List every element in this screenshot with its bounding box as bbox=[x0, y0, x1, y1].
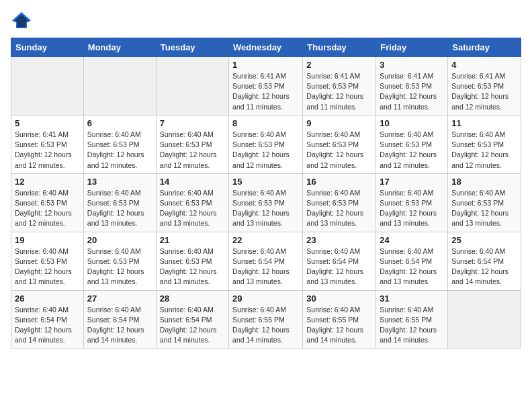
day-number: 9 bbox=[306, 118, 372, 128]
day-info: Sunrise: 6:40 AM Sunset: 6:53 PM Dayligh… bbox=[87, 130, 152, 171]
calendar-cell: 26Sunrise: 6:40 AM Sunset: 6:54 PM Dayli… bbox=[11, 290, 84, 349]
calendar-cell: 7Sunrise: 6:40 AM Sunset: 6:53 PM Daylig… bbox=[156, 115, 228, 173]
calendar-cell: 23Sunrise: 6:40 AM Sunset: 6:54 PM Dayli… bbox=[303, 232, 376, 290]
day-number: 25 bbox=[451, 235, 517, 245]
calendar-cell bbox=[156, 57, 228, 116]
day-number: 31 bbox=[380, 293, 444, 304]
calendar-week-2: 5Sunrise: 6:41 AM Sunset: 6:53 PM Daylig… bbox=[11, 115, 521, 173]
day-info: Sunrise: 6:41 AM Sunset: 6:53 PM Dayligh… bbox=[451, 71, 517, 112]
calendar-cell: 11Sunrise: 6:40 AM Sunset: 6:53 PM Dayli… bbox=[448, 115, 521, 173]
day-number: 17 bbox=[380, 177, 444, 187]
day-number: 10 bbox=[380, 118, 444, 128]
weekday-header-monday: Monday bbox=[83, 38, 156, 57]
calendar-cell: 17Sunrise: 6:40 AM Sunset: 6:53 PM Dayli… bbox=[376, 173, 448, 232]
day-info: Sunrise: 6:40 AM Sunset: 6:53 PM Dayligh… bbox=[15, 246, 80, 287]
day-number: 24 bbox=[380, 235, 444, 245]
day-info: Sunrise: 6:40 AM Sunset: 6:53 PM Dayligh… bbox=[232, 130, 299, 171]
day-info: Sunrise: 6:40 AM Sunset: 6:53 PM Dayligh… bbox=[160, 246, 225, 287]
calendar-cell bbox=[83, 57, 156, 116]
day-number: 7 bbox=[160, 118, 225, 128]
calendar-cell: 1Sunrise: 6:41 AM Sunset: 6:53 PM Daylig… bbox=[229, 57, 303, 116]
day-info: Sunrise: 6:40 AM Sunset: 6:54 PM Dayligh… bbox=[451, 246, 517, 287]
weekday-header-friday: Friday bbox=[376, 38, 448, 57]
calendar-cell: 19Sunrise: 6:40 AM Sunset: 6:53 PM Dayli… bbox=[11, 232, 84, 290]
day-number: 2 bbox=[306, 60, 372, 70]
calendar-cell: 21Sunrise: 6:40 AM Sunset: 6:53 PM Dayli… bbox=[156, 232, 228, 290]
day-number: 4 bbox=[451, 60, 517, 70]
day-info: Sunrise: 6:40 AM Sunset: 6:55 PM Dayligh… bbox=[232, 305, 299, 346]
day-number: 6 bbox=[87, 118, 152, 128]
day-info: Sunrise: 6:40 AM Sunset: 6:54 PM Dayligh… bbox=[306, 246, 372, 287]
day-info: Sunrise: 6:41 AM Sunset: 6:53 PM Dayligh… bbox=[380, 71, 444, 112]
day-number: 14 bbox=[160, 177, 225, 187]
weekday-header-saturday: Saturday bbox=[448, 38, 521, 57]
calendar-cell: 15Sunrise: 6:40 AM Sunset: 6:53 PM Dayli… bbox=[229, 173, 303, 232]
calendar-week-1: 1Sunrise: 6:41 AM Sunset: 6:53 PM Daylig… bbox=[11, 57, 521, 116]
day-number: 3 bbox=[380, 60, 444, 70]
calendar-cell: 12Sunrise: 6:40 AM Sunset: 6:53 PM Dayli… bbox=[11, 173, 84, 232]
logo-icon bbox=[11, 11, 32, 30]
logo bbox=[11, 11, 35, 30]
day-number: 11 bbox=[451, 118, 517, 128]
day-info: Sunrise: 6:40 AM Sunset: 6:53 PM Dayligh… bbox=[306, 130, 372, 171]
weekday-header-tuesday: Tuesday bbox=[156, 38, 228, 57]
day-number: 23 bbox=[306, 235, 372, 245]
day-info: Sunrise: 6:40 AM Sunset: 6:53 PM Dayligh… bbox=[160, 130, 225, 171]
day-info: Sunrise: 6:40 AM Sunset: 6:53 PM Dayligh… bbox=[451, 130, 517, 171]
calendar-cell: 6Sunrise: 6:40 AM Sunset: 6:53 PM Daylig… bbox=[83, 115, 156, 173]
calendar-cell: 20Sunrise: 6:40 AM Sunset: 6:53 PM Dayli… bbox=[83, 232, 156, 290]
day-info: Sunrise: 6:40 AM Sunset: 6:55 PM Dayligh… bbox=[306, 305, 372, 346]
calendar-cell: 22Sunrise: 6:40 AM Sunset: 6:54 PM Dayli… bbox=[229, 232, 303, 290]
calendar-cell: 4Sunrise: 6:41 AM Sunset: 6:53 PM Daylig… bbox=[448, 57, 521, 116]
day-info: Sunrise: 6:40 AM Sunset: 6:53 PM Dayligh… bbox=[306, 188, 372, 229]
calendar-cell: 16Sunrise: 6:40 AM Sunset: 6:53 PM Dayli… bbox=[303, 173, 376, 232]
calendar-cell: 10Sunrise: 6:40 AM Sunset: 6:53 PM Dayli… bbox=[376, 115, 448, 173]
day-info: Sunrise: 6:40 AM Sunset: 6:53 PM Dayligh… bbox=[15, 188, 80, 229]
day-number: 21 bbox=[160, 235, 225, 245]
day-number: 28 bbox=[160, 293, 225, 304]
weekday-header-wednesday: Wednesday bbox=[229, 38, 303, 57]
calendar-cell: 29Sunrise: 6:40 AM Sunset: 6:55 PM Dayli… bbox=[229, 290, 303, 349]
day-number: 5 bbox=[15, 118, 80, 128]
day-info: Sunrise: 6:41 AM Sunset: 6:53 PM Dayligh… bbox=[15, 130, 80, 171]
calendar-table: SundayMondayTuesdayWednesdayThursdayFrid… bbox=[11, 38, 521, 349]
day-number: 30 bbox=[306, 293, 372, 304]
day-info: Sunrise: 6:40 AM Sunset: 6:53 PM Dayligh… bbox=[232, 188, 299, 229]
day-number: 20 bbox=[87, 235, 152, 245]
calendar-cell: 13Sunrise: 6:40 AM Sunset: 6:53 PM Dayli… bbox=[83, 173, 156, 232]
day-info: Sunrise: 6:40 AM Sunset: 6:55 PM Dayligh… bbox=[380, 305, 444, 346]
calendar-week-4: 19Sunrise: 6:40 AM Sunset: 6:53 PM Dayli… bbox=[11, 232, 521, 290]
weekday-header-row: SundayMondayTuesdayWednesdayThursdayFrid… bbox=[11, 38, 521, 57]
calendar-cell: 18Sunrise: 6:40 AM Sunset: 6:53 PM Dayli… bbox=[448, 173, 521, 232]
calendar-cell: 2Sunrise: 6:41 AM Sunset: 6:53 PM Daylig… bbox=[303, 57, 376, 116]
day-number: 16 bbox=[306, 177, 372, 187]
day-info: Sunrise: 6:40 AM Sunset: 6:54 PM Dayligh… bbox=[87, 305, 152, 346]
svg-marker-1 bbox=[13, 14, 30, 27]
day-info: Sunrise: 6:40 AM Sunset: 6:54 PM Dayligh… bbox=[380, 246, 444, 287]
day-info: Sunrise: 6:40 AM Sunset: 6:53 PM Dayligh… bbox=[87, 246, 152, 287]
day-info: Sunrise: 6:40 AM Sunset: 6:53 PM Dayligh… bbox=[380, 188, 444, 229]
day-info: Sunrise: 6:40 AM Sunset: 6:53 PM Dayligh… bbox=[380, 130, 444, 171]
page-header bbox=[11, 11, 521, 30]
calendar-cell: 8Sunrise: 6:40 AM Sunset: 6:53 PM Daylig… bbox=[229, 115, 303, 173]
calendar-cell: 14Sunrise: 6:40 AM Sunset: 6:53 PM Dayli… bbox=[156, 173, 228, 232]
calendar-cell: 5Sunrise: 6:41 AM Sunset: 6:53 PM Daylig… bbox=[11, 115, 84, 173]
day-info: Sunrise: 6:40 AM Sunset: 6:54 PM Dayligh… bbox=[232, 246, 299, 287]
calendar-cell: 9Sunrise: 6:40 AM Sunset: 6:53 PM Daylig… bbox=[303, 115, 376, 173]
day-info: Sunrise: 6:40 AM Sunset: 6:54 PM Dayligh… bbox=[160, 305, 225, 346]
day-info: Sunrise: 6:40 AM Sunset: 6:53 PM Dayligh… bbox=[160, 188, 225, 229]
calendar-cell: 28Sunrise: 6:40 AM Sunset: 6:54 PM Dayli… bbox=[156, 290, 228, 349]
calendar-cell bbox=[448, 290, 521, 349]
day-number: 27 bbox=[87, 293, 152, 304]
day-info: Sunrise: 6:41 AM Sunset: 6:53 PM Dayligh… bbox=[306, 71, 372, 112]
day-number: 1 bbox=[232, 60, 299, 70]
calendar-cell: 30Sunrise: 6:40 AM Sunset: 6:55 PM Dayli… bbox=[303, 290, 376, 349]
day-number: 13 bbox=[87, 177, 152, 187]
weekday-header-sunday: Sunday bbox=[11, 38, 84, 57]
day-number: 22 bbox=[232, 235, 299, 245]
day-number: 18 bbox=[451, 177, 517, 187]
day-number: 12 bbox=[15, 177, 80, 187]
calendar-cell: 31Sunrise: 6:40 AM Sunset: 6:55 PM Dayli… bbox=[376, 290, 448, 349]
day-number: 29 bbox=[232, 293, 299, 304]
calendar-cell bbox=[11, 57, 84, 116]
